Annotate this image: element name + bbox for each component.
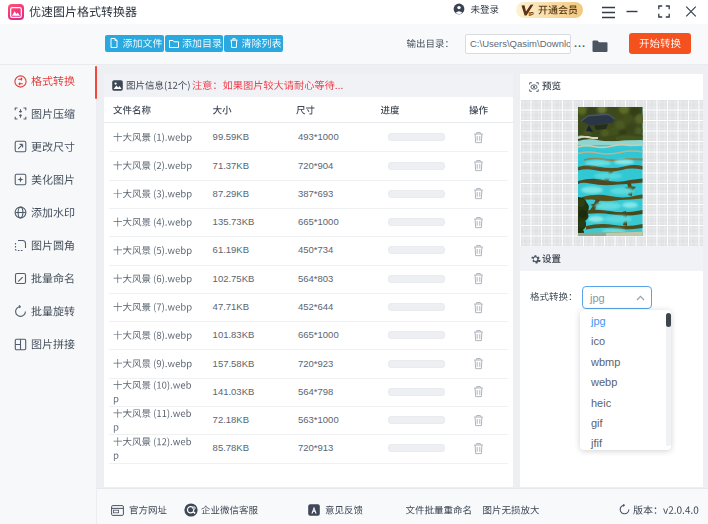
svg-text:IP: IP	[529, 11, 535, 17]
